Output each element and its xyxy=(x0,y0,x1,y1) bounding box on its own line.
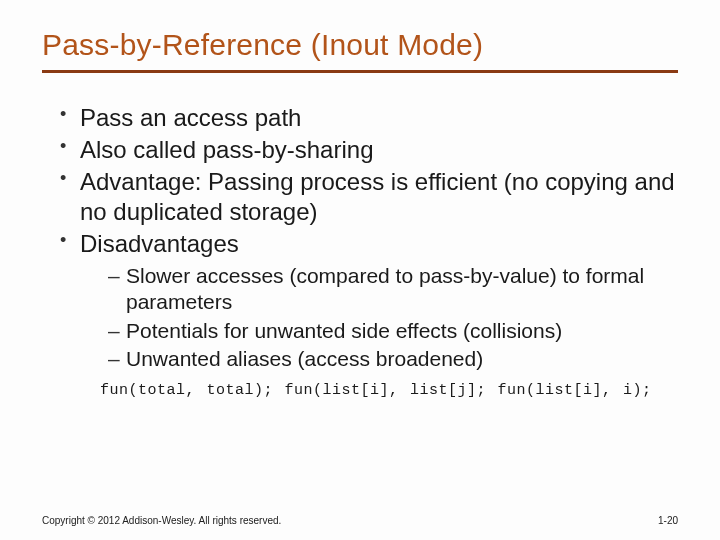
sub-bullet-item: Unwanted aliases (access broadened) xyxy=(108,346,678,372)
page-number: 1-20 xyxy=(658,515,678,526)
footer: Copyright © 2012 Addison-Wesley. All rig… xyxy=(42,515,678,526)
title-rule xyxy=(42,70,678,73)
bullet-label: Disadvantages xyxy=(80,230,239,257)
slide-title: Pass-by-Reference (Inout Mode) xyxy=(42,28,678,62)
bullet-item: Advantage: Passing process is efficient … xyxy=(60,167,678,227)
bullet-list: Pass an access path Also called pass-by-… xyxy=(42,103,678,372)
bullet-item: Disadvantages Slower accesses (compared … xyxy=(60,229,678,372)
sub-bullet-item: Potentials for unwanted side effects (co… xyxy=(108,318,678,344)
slide: Pass-by-Reference (Inout Mode) Pass an a… xyxy=(0,0,720,540)
sub-bullet-list: Slower accesses (compared to pass-by-val… xyxy=(80,263,678,372)
bullet-item: Also called pass-by-sharing xyxy=(60,135,678,165)
copyright-text: Copyright © 2012 Addison-Wesley. All rig… xyxy=(42,515,281,526)
bullet-item: Pass an access path xyxy=(60,103,678,133)
sub-bullet-item: Slower accesses (compared to pass-by-val… xyxy=(108,263,678,316)
code-example: fun(total, total); fun(list[i], list[j];… xyxy=(100,382,678,399)
